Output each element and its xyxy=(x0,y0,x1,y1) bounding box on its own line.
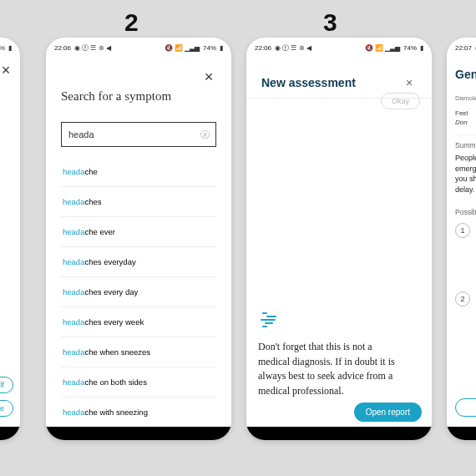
suggestion-item[interactable]: headaches everyday xyxy=(61,247,216,277)
suggestion-item[interactable]: headache with sneezing xyxy=(61,398,216,428)
android-nav xyxy=(447,427,476,440)
cause-2[interactable]: 2 xyxy=(455,291,470,306)
choice-myself[interactable]: elf xyxy=(0,377,13,393)
battery-text: 74% xyxy=(0,44,5,52)
battery-text: 74% xyxy=(203,44,216,52)
suggestion-item[interactable]: headaches every week xyxy=(61,307,216,337)
search-input-container[interactable]: ⓧ xyxy=(61,122,216,147)
status-icons-left: ◉ ⓕ ☰ ⊛ ◀ xyxy=(275,43,311,53)
status-bar: 22:06 ◉ ⓕ ☰ ⊛ ◀ 🔇 📶 ▁▃▅ 74% ▮ xyxy=(46,38,231,54)
suggestion-list: headacheheadachesheadache everheadaches … xyxy=(61,157,216,437)
page-title: Gene xyxy=(455,68,476,81)
android-nav xyxy=(246,427,432,440)
status-time: 22:07 xyxy=(455,44,472,52)
battery-text: 74% xyxy=(403,44,417,52)
battery-icon: ▮ xyxy=(420,44,423,52)
bot-text: Don't forget that this is not a medical … xyxy=(258,340,405,398)
battery-icon: ▮ xyxy=(220,44,223,52)
suggestion-item[interactable]: headaches xyxy=(61,187,216,217)
search-input[interactable] xyxy=(68,129,209,139)
phone-4: 22:07 ◉ Gene Damola Feel Don Summa Peopl… xyxy=(447,38,476,440)
status-bar: 22:06 ◉ ⓕ ☰ ⊛ ◀ 🔇 📶 ▁▃▅ 74% ▮ xyxy=(246,38,432,54)
close-icon[interactable]: × xyxy=(402,77,417,89)
possible-label: Possible xyxy=(455,208,476,216)
close-icon[interactable]: × xyxy=(0,63,13,78)
patient-name: Damola xyxy=(455,94,476,102)
phone-3: 22:06 ◉ ⓕ ☰ ⊛ ◀ 🔇 📶 ▁▃▅ 74% ▮ New assess… xyxy=(246,38,432,440)
suggestion-item[interactable]: headaches every day xyxy=(61,277,216,307)
android-nav xyxy=(46,427,231,440)
android-nav xyxy=(0,427,20,440)
open-report-button[interactable]: Open report xyxy=(354,403,422,422)
bot-message: Don't forget that this is not a medical … xyxy=(258,310,405,398)
cause-1[interactable]: 1 xyxy=(455,223,470,238)
suggestion-item[interactable]: headache ever xyxy=(61,217,216,247)
status-time: 22:06 xyxy=(54,44,71,52)
suggestion-item[interactable]: headache on both sides xyxy=(61,367,216,398)
divider xyxy=(455,134,476,135)
status-bar: 74% ▮ xyxy=(0,38,20,54)
phone-2: 22:06 ◉ ⓕ ☰ ⊛ ◀ 🔇 📶 ▁▃▅ 74% ▮ × Search f… xyxy=(46,38,231,440)
status-time: 22:06 xyxy=(255,44,271,52)
action-button[interactable] xyxy=(455,398,476,417)
panel-label-2: 2 xyxy=(124,8,139,37)
status-icons-right: 🔇 📶 ▁▃▅ xyxy=(365,44,400,52)
summary-label: Summa xyxy=(455,141,476,149)
status-icons-right: 🔇 📶 ▁▃▅ xyxy=(165,44,200,52)
line-don: Don xyxy=(455,119,468,126)
page-title: New assessment xyxy=(261,76,356,89)
clear-icon[interactable]: ⓧ xyxy=(199,129,210,140)
status-icons-left: ◉ ⓕ ☰ ⊛ ◀ xyxy=(74,43,111,53)
suggestion-item[interactable]: headache when sneezes xyxy=(61,337,216,367)
line-feel: Feel xyxy=(455,109,468,117)
bot-icon xyxy=(258,310,280,332)
page-title: Search for a symptom xyxy=(61,89,216,104)
close-icon[interactable]: × xyxy=(201,69,216,84)
status-bar: 22:07 ◉ xyxy=(447,38,476,54)
suggestion-item[interactable]: headache xyxy=(61,157,216,187)
phone-1: 74% ▮ × elf lse xyxy=(0,38,20,440)
panel-label-3: 3 xyxy=(323,8,337,37)
summary-text: People emerge you sho delay. xyxy=(455,153,476,195)
choice-someone-else[interactable]: lse xyxy=(0,400,13,417)
battery-icon: ▮ xyxy=(8,44,12,52)
